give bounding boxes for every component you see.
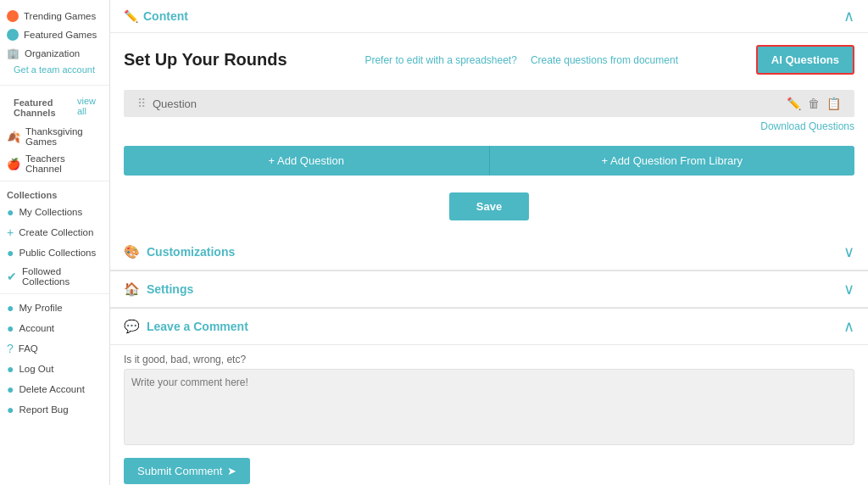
main-content: ✏️ Content ∧ Set Up Your Rounds Prefer t… <box>110 0 868 485</box>
doc-link[interactable]: Create questions from document <box>531 54 678 66</box>
add-question-button[interactable]: + Add Question <box>124 146 490 176</box>
collections-title: Collections <box>0 185 109 202</box>
sidebar-label-create-collection: Create Collection <box>19 227 93 237</box>
sidebar-label-thanksgiving: Thanksgiving Games <box>25 126 103 147</box>
logout-icon: ● <box>7 362 14 376</box>
public-icon: ● <box>7 246 14 259</box>
save-row: Save <box>110 182 868 234</box>
view-all-link[interactable]: view all <box>70 94 103 118</box>
sidebar-label-trending: Trending Games <box>24 11 96 21</box>
flame-icon <box>7 10 19 22</box>
save-button[interactable]: Save <box>449 192 529 220</box>
sidebar-item-delete[interactable]: ● Delete Account <box>0 379 109 399</box>
sidebar-label-featured: Featured Games <box>24 30 97 40</box>
featured-channels-title: Featured Channels <box>7 92 70 120</box>
drag-handle-icon[interactable]: ⠿ <box>137 97 146 110</box>
edit-question-icon[interactable]: ✏️ <box>787 97 801 110</box>
sidebar-label-faq: FAQ <box>19 343 38 354</box>
customizations-header[interactable]: 🎨 Customizations ∨ <box>110 234 868 270</box>
delete-icon: ● <box>7 382 14 396</box>
settings-section: 🏠 Settings ∨ <box>110 271 868 309</box>
sidebar-item-trending[interactable]: Trending Games <box>0 7 109 25</box>
sidebar: Trending Games Featured Games 🏢 Organiza… <box>0 0 110 485</box>
settings-title: Settings <box>147 282 193 296</box>
rounds-links: Prefer to edit with a spreadsheet? Creat… <box>294 54 749 66</box>
content-header: ✏️ Content ∧ <box>110 0 868 33</box>
sidebar-label-my-collections: My Collections <box>19 207 82 217</box>
submit-row: Submit Comment ➤ <box>110 458 868 485</box>
ai-questions-button[interactable]: AI Questions <box>756 45 854 75</box>
question-icons: ✏️ 🗑 📋 <box>787 97 841 110</box>
download-questions-link[interactable]: Download Questions <box>760 120 854 132</box>
comment-quality-label: Is it good, bad, wrong, etc? <box>110 345 868 369</box>
settings-header-left: 🏠 Settings <box>124 282 193 297</box>
person-icon: ● <box>7 301 14 315</box>
sidebar-item-public-collections[interactable]: ● Public Collections <box>0 242 109 263</box>
sidebar-item-account[interactable]: ● Account <box>0 318 109 338</box>
sidebar-item-faq[interactable]: ? FAQ <box>0 338 109 359</box>
sidebar-item-logout[interactable]: ● Log Out <box>0 359 109 379</box>
comment-textarea[interactable] <box>124 369 854 445</box>
sidebar-label-organization: Organization <box>25 48 80 59</box>
report-icon: ● <box>7 403 14 416</box>
comment-header-left: 💬 Leave a Comment <box>124 319 248 334</box>
comment-icon: 💬 <box>124 319 140 334</box>
customizations-header-left: 🎨 Customizations <box>124 244 235 259</box>
spreadsheet-link[interactable]: Prefer to edit with a spreadsheet? <box>364 54 516 66</box>
sidebar-label-report: Report Bug <box>19 404 68 415</box>
teacher-icon: 🍎 <box>7 158 20 170</box>
content-title-text: Content <box>143 9 188 23</box>
question-label: Question <box>153 98 197 110</box>
content-collapse-chevron[interactable]: ∧ <box>843 7 854 25</box>
delete-question-icon[interactable]: 🗑 <box>808 97 820 110</box>
add-from-library-button[interactable]: + Add Question From Library <box>490 146 855 176</box>
submit-label: Submit Comment <box>137 465 222 477</box>
turkey-icon: 🍂 <box>7 131 20 143</box>
comment-chevron: ∧ <box>843 317 854 336</box>
sidebar-item-create-collection[interactable]: + Create Collection <box>0 222 109 242</box>
sidebar-label-profile: My Profile <box>19 303 62 313</box>
question-left: ⠿ Question <box>137 97 197 110</box>
sidebar-item-thanksgiving[interactable]: 🍂 Thanksgiving Games <box>0 123 109 150</box>
faq-icon: ? <box>7 342 14 355</box>
send-icon: ➤ <box>227 465 236 477</box>
sidebar-label-account: Account <box>19 323 54 333</box>
sidebar-item-report[interactable]: ● Report Bug <box>0 399 109 420</box>
star-icon <box>7 29 19 41</box>
sidebar-item-featured[interactable]: Featured Games <box>0 25 109 44</box>
sidebar-item-my-collections[interactable]: ● My Collections <box>0 202 109 222</box>
sidebar-label-delete: Delete Account <box>19 384 84 394</box>
sidebar-label-followed-collections: Followed Collections <box>22 266 103 287</box>
collection-icon: ● <box>7 205 14 219</box>
settings-icon: 🏠 <box>124 282 140 297</box>
add-question-row: + Add Question + Add Question From Libra… <box>124 146 854 176</box>
pencil-icon: ✏️ <box>124 9 138 23</box>
settings-chevron: ∨ <box>843 280 854 298</box>
settings-header[interactable]: 🏠 Settings ∨ <box>110 271 868 308</box>
customizations-icon: 🎨 <box>124 244 140 259</box>
sidebar-item-organization[interactable]: 🏢 Organization <box>0 44 109 63</box>
comment-title: Leave a Comment <box>147 320 248 333</box>
sidebar-item-teachers[interactable]: 🍎 Teachers Channel <box>0 150 109 177</box>
building-icon: 🏢 <box>7 47 19 59</box>
sidebar-label-logout: Log Out <box>19 364 53 374</box>
rounds-header: Set Up Your Rounds Prefer to edit with a… <box>110 33 868 83</box>
customizations-chevron: ∨ <box>843 242 854 261</box>
download-link-row: Download Questions <box>110 117 868 139</box>
comment-section: 💬 Leave a Comment ∧ Is it good, bad, wro… <box>110 309 868 485</box>
page-title: Set Up Your Rounds <box>124 50 287 70</box>
submit-comment-button[interactable]: Submit Comment ➤ <box>124 458 250 484</box>
sidebar-item-profile[interactable]: ● My Profile <box>0 298 109 318</box>
customizations-section: 🎨 Customizations ∨ <box>110 234 868 271</box>
customizations-title: Customizations <box>147 245 235 259</box>
content-title: ✏️ Content <box>124 9 188 23</box>
check-icon: ✔ <box>7 270 17 283</box>
account-icon: ● <box>7 321 14 335</box>
comment-header[interactable]: 💬 Leave a Comment ∧ <box>110 309 868 345</box>
sidebar-label-teachers: Teachers Channel <box>25 153 103 174</box>
content-section: ✏️ Content ∧ Set Up Your Rounds Prefer t… <box>110 0 868 234</box>
sidebar-item-followed-collections[interactable]: ✔ Followed Collections <box>0 263 109 290</box>
copy-question-icon[interactable]: 📋 <box>826 97 841 110</box>
get-team-link[interactable]: Get a team account <box>7 63 103 76</box>
question-row: ⠿ Question ✏️ 🗑 📋 <box>124 90 854 117</box>
